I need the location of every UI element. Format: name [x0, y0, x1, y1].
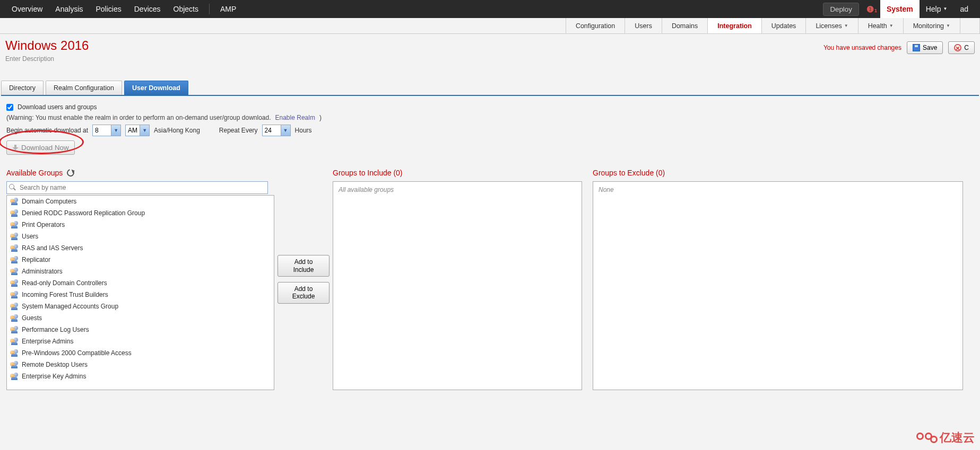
- nav-policies[interactable]: Policies: [90, 0, 128, 18]
- group-icon: [10, 244, 19, 252]
- group-name: Denied RODC Password Replication Group: [22, 209, 145, 217]
- list-item[interactable]: Print Operators: [7, 219, 274, 231]
- tab-user-download[interactable]: User Download: [124, 81, 188, 95]
- list-item[interactable]: RAS and IAS Servers: [7, 242, 274, 254]
- disk-icon: [913, 44, 920, 51]
- alert-icon[interactable]: ❶1: [866, 4, 877, 14]
- content-area: Download users and groups (Warning: You …: [0, 96, 980, 398]
- repeat-select[interactable]: ▼: [262, 125, 291, 136]
- group-name: Incoming Forest Trust Builders: [22, 291, 108, 298]
- subnav-overflow: [960, 18, 980, 33]
- download-now-button[interactable]: Download Now: [6, 140, 75, 155]
- include-groups-title: Groups to Include (0): [333, 169, 593, 177]
- timezone-label: Asia/Hong Kong: [154, 127, 200, 134]
- group-search-input[interactable]: [6, 181, 268, 194]
- list-item[interactable]: Domain Computers: [7, 196, 274, 207]
- caret-icon: ▼: [943, 0, 948, 18]
- download-users-label: Download users and groups: [18, 103, 97, 111]
- schedule-row: Begin automatic download at ▼ ▼ Asia/Hon…: [6, 125, 974, 136]
- chevron-down-icon[interactable]: ▼: [140, 125, 149, 136]
- list-item[interactable]: Incoming Forest Trust Builders: [7, 289, 274, 301]
- include-groups-column: Groups to Include (0) All available grou…: [333, 169, 593, 390]
- list-item[interactable]: Enterprise Admins: [7, 336, 274, 347]
- subnav-updates[interactable]: Updates: [761, 18, 806, 33]
- subnav-health[interactable]: Health▼: [858, 18, 903, 33]
- page-description[interactable]: Enter Description: [5, 55, 89, 63]
- available-groups-scroll[interactable]: Domain ComputersDenied RODC Password Rep…: [7, 196, 274, 390]
- begin-download-label: Begin automatic download at: [6, 127, 88, 134]
- subnav-monitoring-label: Monitoring: [913, 18, 944, 34]
- page-header: Windows 2016 Enter Description You have …: [0, 34, 980, 65]
- nav-objects[interactable]: Objects: [167, 0, 205, 18]
- list-item[interactable]: Users: [7, 231, 274, 242]
- list-item[interactable]: Read-only Domain Controllers: [7, 277, 274, 289]
- subnav-domains[interactable]: Domains: [662, 18, 707, 33]
- add-to-exclude-button[interactable]: Add to Exclude: [277, 282, 329, 304]
- enable-realm-link[interactable]: Enable Realm: [275, 114, 315, 121]
- repeat-label: Repeat Every: [219, 127, 258, 134]
- tab-realm-configuration[interactable]: Realm Configuration: [46, 81, 122, 95]
- include-groups-list[interactable]: All available groups: [333, 181, 582, 390]
- hour-select[interactable]: ▼: [92, 125, 121, 136]
- list-item[interactable]: Pre-Windows 2000 Compatible Access: [7, 347, 274, 359]
- download-users-checkbox[interactable]: [6, 104, 13, 111]
- nav-devices[interactable]: Devices: [128, 0, 167, 18]
- warning-text: (Warning: You must enable the realm in o…: [6, 114, 271, 121]
- group-icon: [10, 279, 19, 287]
- exclude-groups-column: Groups to Exclude (0) None: [593, 169, 974, 390]
- nav-amp[interactable]: AMP: [214, 0, 242, 18]
- sub-nav: Configuration Users Domains Integration …: [0, 18, 980, 34]
- group-name: Users: [22, 233, 38, 240]
- exclude-groups-list[interactable]: None: [593, 181, 963, 390]
- group-name: Performance Log Users: [22, 326, 89, 333]
- nav-help-label: Help: [926, 0, 941, 18]
- nav-overview[interactable]: Overview: [5, 0, 49, 18]
- list-item[interactable]: Performance Log Users: [7, 324, 274, 336]
- chevron-down-icon[interactable]: ▼: [281, 125, 290, 136]
- list-item[interactable]: Replicator: [7, 254, 274, 266]
- group-icon: [10, 303, 19, 310]
- ampm-input[interactable]: [126, 125, 140, 136]
- group-icon: [10, 268, 19, 275]
- group-name: Remote Desktop Users: [22, 361, 88, 368]
- group-icon: [10, 209, 19, 217]
- nav-analysis[interactable]: Analysis: [49, 0, 89, 18]
- exclude-groups-title: Groups to Exclude (0): [593, 169, 974, 177]
- group-icon: [10, 256, 19, 263]
- list-item[interactable]: Remote Desktop Users: [7, 359, 274, 370]
- list-item[interactable]: Administrators: [7, 266, 274, 277]
- download-now-wrap: Download Now: [6, 140, 75, 155]
- available-groups-label: Available Groups: [6, 169, 63, 177]
- nav-help[interactable]: Help▼: [920, 0, 954, 18]
- list-item[interactable]: System Managed Accounts Group: [7, 301, 274, 312]
- subnav-configuration[interactable]: Configuration: [566, 18, 625, 33]
- ampm-select[interactable]: ▼: [125, 125, 150, 136]
- subnav-integration[interactable]: Integration: [707, 18, 761, 33]
- subnav-monitoring[interactable]: Monitoring▼: [903, 18, 960, 33]
- nav-divider: [209, 4, 210, 14]
- search-icon: [9, 184, 15, 190]
- refresh-icon[interactable]: [66, 167, 76, 178]
- config-tabs: Directory Realm Configuration User Downl…: [1, 81, 979, 96]
- list-item[interactable]: Enterprise Key Admins: [7, 370, 274, 382]
- subnav-licenses[interactable]: Licenses▼: [805, 18, 857, 33]
- hour-input[interactable]: [93, 125, 111, 136]
- deploy-button[interactable]: Deploy: [823, 3, 859, 16]
- list-item[interactable]: Denied RODC Password Replication Group: [7, 207, 274, 219]
- cancel-button[interactable]: C: [948, 41, 975, 54]
- subnav-users[interactable]: Users: [625, 18, 662, 33]
- available-groups-column: Available Groups Domain ComputersDenied …: [6, 169, 274, 390]
- tab-directory[interactable]: Directory: [1, 81, 44, 95]
- save-button[interactable]: Save: [907, 41, 943, 54]
- nav-system[interactable]: System: [880, 0, 920, 18]
- chevron-down-icon[interactable]: ▼: [111, 125, 120, 136]
- nav-user[interactable]: ad: [953, 0, 975, 18]
- list-item[interactable]: Guests: [7, 312, 274, 324]
- caret-icon: ▼: [889, 18, 894, 34]
- repeat-input[interactable]: [263, 125, 281, 136]
- subnav-health-label: Health: [868, 18, 887, 34]
- groups-columns: Available Groups Domain ComputersDenied …: [6, 169, 974, 390]
- add-to-include-button[interactable]: Add to Include: [277, 255, 329, 277]
- group-name: RAS and IAS Servers: [22, 244, 83, 252]
- caret-icon: ▼: [844, 18, 848, 34]
